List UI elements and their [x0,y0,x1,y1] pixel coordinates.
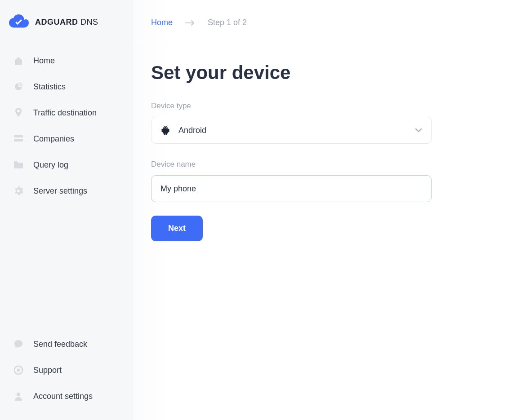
sidebar-nav-bottom: Send feedback Support Account settings [0,331,133,409]
sidebar-item-label: Home [33,56,55,66]
sidebar-item-server-settings[interactable]: Server settings [0,178,133,204]
breadcrumb: Home Step 1 of 2 [133,0,517,42]
svg-rect-1 [14,139,23,141]
svg-point-3 [17,369,20,372]
sidebar-nav-top: Home Statistics Traffic destination Comp… [0,48,133,331]
sidebar-item-label: Send feedback [33,340,87,349]
sidebar-item-label: Traffic destination [33,108,97,118]
arrow-right-icon [185,20,195,26]
device-type-label: Device type [151,102,499,111]
sidebar-item-label: Statistics [33,82,66,92]
svg-rect-0 [14,135,23,137]
gear-icon [13,186,23,196]
chat-icon [13,339,23,349]
cloud-check-icon [9,14,29,30]
pie-chart-icon [13,82,23,92]
sidebar-item-label: Companies [33,134,74,144]
sidebar-item-label: Server settings [33,186,87,196]
device-name-label: Device name [151,160,499,169]
sidebar-item-label: Query log [33,160,68,170]
android-icon [160,125,170,135]
brand-logo[interactable]: ADGUARD DNS [0,14,133,48]
brand-text: ADGUARD DNS [35,18,98,27]
next-button[interactable]: Next [151,216,203,241]
sidebar-item-send-feedback[interactable]: Send feedback [0,331,133,357]
device-name-input[interactable] [151,175,432,202]
folder-icon [13,160,23,170]
breadcrumb-home-link[interactable]: Home [151,18,173,27]
user-icon [13,391,23,401]
sidebar-item-statistics[interactable]: Statistics [0,74,133,100]
target-icon [13,365,23,375]
svg-point-6 [166,127,167,128]
svg-point-5 [164,127,165,128]
breadcrumb-step: Step 1 of 2 [208,18,247,27]
chevron-down-icon [415,126,422,134]
main-content: Home Step 1 of 2 Set your device Device … [133,0,517,420]
pin-icon [13,108,23,118]
svg-point-4 [17,393,20,396]
sidebar-item-label: Support [33,366,62,375]
list-icon [13,134,23,144]
sidebar-item-account-settings[interactable]: Account settings [0,383,133,409]
home-icon [13,56,23,66]
sidebar-item-query-log[interactable]: Query log [0,152,133,178]
sidebar-item-home[interactable]: Home [0,48,133,74]
sidebar-item-label: Account settings [33,392,93,401]
device-type-value: Android [178,126,407,135]
sidebar-item-companies[interactable]: Companies [0,126,133,152]
sidebar-item-support[interactable]: Support [0,357,133,383]
device-type-select[interactable]: Android [151,117,432,144]
sidebar-item-traffic-destination[interactable]: Traffic destination [0,100,133,126]
sidebar: ADGUARD DNS Home Statistics Traffic [0,0,133,420]
form-content: Set your device Device type Android Devi… [133,42,517,261]
page-title: Set your device [151,62,499,84]
